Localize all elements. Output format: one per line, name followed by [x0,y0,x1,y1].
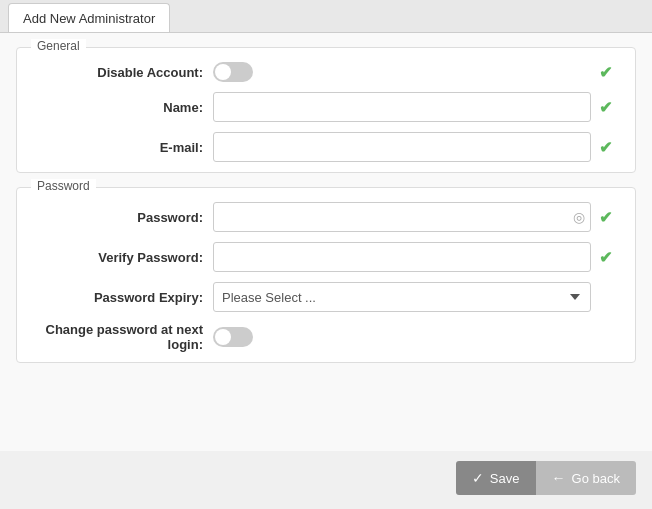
toggle-slider [213,62,253,82]
go-back-label: Go back [572,471,620,486]
password-label: Password: [33,210,213,225]
password-expiry-label: Password Expiry: [33,290,213,305]
password-expiry-control: Please Select ... Never 30 Days 60 Days … [213,282,619,312]
password-expiry-select[interactable]: Please Select ... Never 30 Days 60 Days … [213,282,591,312]
password-section: Password Password: ◎ ✔ Verify Password: … [16,187,636,363]
disable-account-toggle[interactable] [213,62,253,82]
save-label: Save [490,471,520,486]
verify-password-label: Verify Password: [33,250,213,265]
general-legend: General [31,39,86,53]
eye-icon[interactable]: ◎ [573,209,585,225]
name-control: ✔ [213,92,619,122]
change-password-row: Change password at next login: [33,322,619,352]
verify-password-check-icon: ✔ [599,248,619,267]
name-row: Name: ✔ [33,92,619,122]
go-back-arrow-icon: ← [552,470,566,486]
password-input-wrap: ◎ [213,202,591,232]
disable-account-row: Disable Account: ✔ [33,62,619,82]
disable-account-check-icon: ✔ [599,63,619,82]
disable-account-control: ✔ [213,62,619,82]
name-input[interactable] [213,92,591,122]
tab-add-new-administrator[interactable]: Add New Administrator [8,3,170,32]
password-expiry-row: Password Expiry: Please Select ... Never… [33,282,619,312]
email-input[interactable] [213,132,591,162]
name-check-icon: ✔ [599,98,619,117]
email-label: E-mail: [33,140,213,155]
change-password-control [213,327,619,347]
footer: ✓ Save ← Go back [0,451,652,509]
email-check-icon: ✔ [599,138,619,157]
main-content: General Disable Account: ✔ Name: ✔ E- [0,33,652,451]
change-password-slider [213,327,253,347]
general-section: General Disable Account: ✔ Name: ✔ E- [16,47,636,173]
password-check-icon: ✔ [599,208,619,227]
password-input[interactable] [213,202,591,232]
tab-bar: Add New Administrator [0,0,652,33]
change-password-toggle[interactable] [213,327,253,347]
save-check-icon: ✓ [472,470,484,486]
name-label: Name: [33,100,213,115]
save-button[interactable]: ✓ Save [456,461,536,495]
verify-password-control: ✔ [213,242,619,272]
disable-account-label: Disable Account: [33,65,213,80]
verify-password-input[interactable] [213,242,591,272]
email-control: ✔ [213,132,619,162]
verify-password-row: Verify Password: ✔ [33,242,619,272]
password-legend: Password [31,179,96,193]
go-back-button[interactable]: ← Go back [536,461,636,495]
password-control: ◎ ✔ [213,202,619,232]
email-row: E-mail: ✔ [33,132,619,162]
change-password-label: Change password at next login: [33,322,213,352]
password-row: Password: ◎ ✔ [33,202,619,232]
